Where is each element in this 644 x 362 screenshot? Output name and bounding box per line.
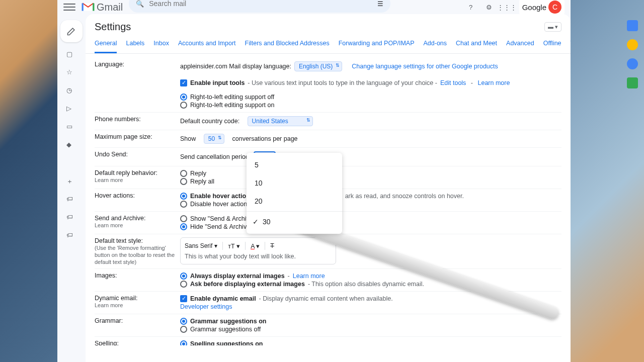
spelling-on-radio[interactable]	[180, 340, 187, 345]
star-icon[interactable]: ☆	[66, 68, 76, 78]
page-title: Settings	[95, 21, 131, 33]
gear-icon[interactable]: ⚙	[483, 1, 495, 13]
tag-icon[interactable]: 🏷	[66, 195, 76, 205]
google-badge[interactable]: Google C	[519, 0, 565, 15]
tag2-icon[interactable]: 🏷	[66, 213, 76, 223]
grammar-label: Grammar:	[95, 317, 180, 333]
menu-icon[interactable]	[63, 1, 75, 13]
hover-label: Hover actions:	[95, 192, 180, 208]
replyall-radio[interactable]	[180, 178, 187, 185]
input-locale-selector[interactable]: ▬ ▾	[544, 22, 561, 32]
tab-labels[interactable]: Labels	[126, 37, 144, 53]
images-ask-radio[interactable]	[180, 281, 187, 288]
reply-learn-link[interactable]: Learn more	[95, 177, 123, 183]
tab-filters[interactable]: Filters and Blocked Addresses	[245, 37, 330, 53]
tab-offline[interactable]: Offline	[543, 37, 561, 53]
add-icon[interactable]: ＋	[66, 177, 76, 187]
dynamic-learn-link[interactable]: Learn more	[95, 302, 123, 308]
sent-icon[interactable]: ▷	[66, 105, 76, 115]
undo-option-20[interactable]: 20	[247, 192, 342, 210]
undo-option-10[interactable]: 10	[247, 174, 342, 192]
search-input[interactable]	[149, 0, 372, 8]
rtl-off-radio[interactable]	[180, 94, 187, 101]
keep-icon[interactable]	[627, 39, 638, 50]
help-icon[interactable]: ?	[465, 1, 477, 13]
sendarchive-learn-link[interactable]: Learn more	[95, 222, 123, 228]
settings-panel: Settings ▬ ▾ General Labels Inbox Accoun…	[86, 14, 571, 362]
country-code-select[interactable]: United States	[248, 116, 313, 126]
font-select[interactable]: Sans Serif ▾	[185, 242, 217, 249]
tab-general[interactable]: General	[95, 37, 117, 53]
tab-chat[interactable]: Chat and Meet	[456, 37, 497, 53]
enable-input-tools-check[interactable]	[180, 79, 187, 86]
show-sendarchive-radio[interactable]	[180, 215, 187, 222]
images-learn-link[interactable]: Learn more	[293, 273, 325, 280]
draft-icon[interactable]: ▭	[66, 123, 76, 133]
hover-disable-radio[interactable]	[180, 201, 187, 208]
reply-radio[interactable]	[180, 170, 187, 177]
phone-label: Phone numbers:	[95, 116, 180, 127]
tune-icon[interactable]: ☰	[377, 0, 383, 8]
images-label: Images:	[95, 272, 180, 288]
change-lang-link[interactable]: Change language settings for other Googl…	[352, 63, 498, 70]
search-bar[interactable]: 🔍 ☰	[129, 0, 390, 13]
tab-inbox[interactable]: Inbox	[153, 37, 169, 53]
language-select[interactable]: English (US)	[294, 61, 342, 71]
hide-sendarchive-radio[interactable]	[180, 223, 187, 230]
tab-forwarding[interactable]: Forwarding and POP/IMAP	[339, 37, 415, 53]
grammar-on-radio[interactable]	[180, 318, 187, 325]
tab-advanced[interactable]: Advanced	[506, 37, 534, 53]
color-select[interactable]: A ▾	[251, 242, 260, 250]
inbox-icon[interactable]: ▢	[66, 50, 76, 60]
right-sidebar	[621, 15, 644, 88]
tab-accounts[interactable]: Accounts and Import	[178, 37, 236, 53]
rtl-on-radio[interactable]	[180, 102, 187, 109]
clock-icon[interactable]: ◷	[66, 86, 76, 97]
tasks-icon[interactable]	[627, 58, 638, 69]
learn-more-link[interactable]: Learn more	[477, 79, 510, 86]
compose-button[interactable]	[60, 20, 83, 42]
apps-icon[interactable]: ⋮⋮⋮	[501, 1, 513, 13]
undo-option-5[interactable]: 5	[247, 156, 342, 174]
undo-dropdown: 5 10 20 30	[247, 153, 342, 234]
reply-label: Default reply behavior: Learn more	[95, 169, 180, 186]
app-header: Gmail 🔍 ☰ ? ⚙ ⋮⋮⋮ Google C	[57, 0, 571, 14]
language-label: Language:	[95, 61, 180, 109]
grammar-off-radio[interactable]	[180, 326, 187, 333]
dynamic-enable-check[interactable]	[180, 295, 187, 302]
sendarchive-label: Send and Archive: Learn more	[95, 215, 180, 231]
search-icon: 🔍	[136, 0, 144, 8]
label-icon[interactable]: ◆	[66, 141, 76, 151]
tag3-icon[interactable]: 🏷	[66, 231, 76, 241]
images-always-radio[interactable]	[180, 273, 187, 280]
avatar[interactable]: C	[548, 1, 561, 14]
calendar-icon[interactable]	[627, 20, 638, 31]
settings-tabs: General Labels Inbox Accounts and Import…	[86, 37, 571, 54]
tab-addons[interactable]: Add-ons	[423, 37, 447, 53]
undo-label: Undo Send:	[95, 151, 180, 163]
dynamic-label: Dynamic email: Learn more	[95, 295, 180, 311]
contacts-icon[interactable]	[627, 77, 638, 88]
gmail-logo[interactable]: Gmail	[82, 2, 123, 13]
sidebar: ▢ ☆ ◷ ▷ ▭ ◆ ＋ 🏷 🏷 🏷	[57, 15, 86, 362]
size-select[interactable]: тТ ▾	[228, 242, 240, 250]
spelling-label: Spelling:	[95, 340, 180, 345]
undo-option-30[interactable]: 30	[247, 213, 342, 231]
pagesize-label: Maximum page size:	[95, 133, 180, 144]
dev-settings-link[interactable]: Developer settings	[180, 303, 232, 310]
clear-format-icon[interactable]: T	[270, 242, 274, 249]
pagesize-select[interactable]: 50	[204, 134, 224, 144]
textstyle-label: Default text style: (Use the 'Remove for…	[95, 237, 180, 265]
text-style-box: Sans Serif ▾ тТ ▾ A ▾ T This is what you…	[180, 237, 336, 264]
edit-tools-link[interactable]: Edit tools	[440, 79, 466, 86]
hover-enable-radio[interactable]	[180, 193, 187, 200]
